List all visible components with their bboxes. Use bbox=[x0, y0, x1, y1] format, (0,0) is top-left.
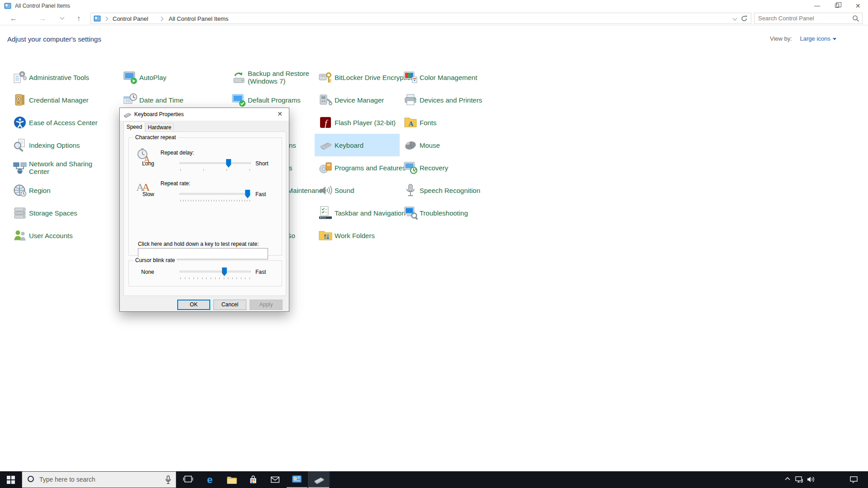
up-button[interactable]: ↑ bbox=[73, 13, 84, 24]
search-icon[interactable] bbox=[852, 15, 859, 22]
cp-item-backup-restore[interactable]: Backup and Restore (Windows 7) bbox=[228, 66, 313, 89]
address-dropdown-chevron-icon[interactable] bbox=[733, 16, 737, 21]
action-center-button[interactable] bbox=[848, 471, 860, 488]
ok-button[interactable]: OK bbox=[177, 300, 210, 310]
cp-item-device-manager[interactable]: Device Manager bbox=[315, 89, 400, 111]
cp-item-label: Troubleshooting bbox=[420, 202, 468, 224]
repeat-delay-slider-thumb[interactable] bbox=[226, 159, 231, 168]
taskbar-mail-button[interactable] bbox=[264, 471, 286, 488]
repeat-delay-min-label: Long bbox=[132, 160, 154, 167]
cp-item-network-sharing[interactable]: Network and Sharing Center bbox=[9, 156, 113, 179]
group-label: Character repeat bbox=[133, 134, 178, 141]
refresh-icon[interactable] bbox=[740, 14, 748, 23]
taskbar-edge-button[interactable]: e bbox=[199, 471, 221, 488]
cp-item-credential-manager[interactable]: Credential Manager bbox=[9, 89, 113, 111]
repeat-rate-min-label: Slow bbox=[132, 191, 154, 197]
cp-item-flash-player[interactable]: fFlash Player (32-bit) bbox=[315, 111, 400, 134]
tray-network-icon[interactable] bbox=[793, 471, 805, 488]
taskbar-keyboard-app-button[interactable] bbox=[308, 471, 330, 488]
breadcrumb-all-control-panel-items[interactable]: All Control Panel Items bbox=[169, 15, 228, 22]
tab-hardware[interactable]: Hardware bbox=[146, 123, 174, 132]
taskbar-search-box[interactable] bbox=[22, 471, 176, 488]
search-box[interactable] bbox=[754, 13, 863, 24]
devices-printers-icon bbox=[403, 93, 418, 107]
cp-item-keyboard[interactable]: Keyboard bbox=[315, 134, 400, 156]
cp-item-label: Flash Player (32-bit) bbox=[335, 111, 396, 134]
sound-icon bbox=[318, 183, 333, 197]
close-window-button[interactable]: ✕ bbox=[848, 0, 868, 12]
region-icon bbox=[13, 183, 27, 197]
cp-item-label: Network and Sharing Center bbox=[29, 156, 98, 179]
cp-item-speech-recognition[interactable]: Speech Recognition bbox=[400, 179, 485, 202]
cancel-button[interactable]: Cancel bbox=[213, 300, 246, 310]
keyboard-properties-dialog: Keyboard Properties ✕ Speed Hardware Cha… bbox=[119, 108, 289, 312]
breadcrumb-control-panel[interactable]: Control Panel bbox=[113, 15, 148, 22]
mouse-icon bbox=[403, 138, 418, 152]
taskbar-search-input[interactable] bbox=[39, 475, 152, 484]
cp-item-region[interactable]: Region bbox=[9, 179, 113, 202]
cp-item-troubleshooting[interactable]: Troubleshooting bbox=[400, 202, 485, 224]
taskbar-store-button[interactable] bbox=[243, 471, 264, 488]
cp-item-label: Mouse bbox=[420, 134, 440, 156]
cp-item-fonts[interactable]: AFonts bbox=[400, 111, 485, 134]
cp-item-work-folders[interactable]: Work Folders bbox=[315, 224, 400, 247]
tray-volume-icon[interactable] bbox=[805, 471, 817, 488]
action-center-icon bbox=[849, 475, 858, 483]
dialog-close-button[interactable]: ✕ bbox=[271, 108, 289, 120]
cp-item-indexing-options[interactable]: Indexing Options bbox=[9, 134, 113, 156]
cursor-blink-slider-thumb[interactable] bbox=[222, 267, 227, 276]
cp-item-storage-spaces[interactable]: Storage Spaces bbox=[9, 202, 113, 224]
repeat-rate-slider[interactable] bbox=[179, 193, 251, 195]
page-title: Adjust your computer's settings bbox=[7, 35, 101, 43]
network-sharing-icon bbox=[13, 160, 27, 175]
cp-item-label: User Accounts bbox=[29, 224, 73, 247]
start-button[interactable] bbox=[0, 471, 22, 488]
breadcrumb-chevron-icon bbox=[104, 17, 108, 21]
cursor-blink-slider[interactable] bbox=[179, 271, 251, 272]
repeat-delay-slider[interactable] bbox=[179, 162, 251, 164]
cp-item-devices-printers[interactable]: Devices and Printers bbox=[400, 89, 485, 111]
cp-item-programs-features[interactable]: Programs and Features bbox=[315, 156, 400, 179]
recent-locations-chevron-icon[interactable] bbox=[60, 15, 65, 20]
microphone-icon[interactable] bbox=[165, 475, 171, 484]
cp-item-user-accounts[interactable]: User Accounts bbox=[9, 224, 113, 247]
cp-item-label: Ease of Access Center bbox=[29, 111, 98, 134]
restore-button[interactable] bbox=[827, 0, 848, 12]
view-by-value[interactable]: Large icons bbox=[800, 35, 830, 42]
minimize-button[interactable]: — bbox=[807, 0, 827, 12]
cp-item-admin-tools[interactable]: Administrative Tools bbox=[9, 66, 113, 89]
apply-button: Apply bbox=[250, 300, 283, 310]
search-input[interactable] bbox=[758, 14, 849, 23]
svg-text:A: A bbox=[409, 120, 414, 127]
cp-item-color-management[interactable]: Color Management bbox=[400, 66, 485, 89]
taskbar-task-view-button[interactable] bbox=[178, 471, 199, 488]
group-label: Cursor blink rate bbox=[133, 257, 177, 263]
cursor-blink-rate-group: Cursor blink rate None Fast bbox=[128, 260, 282, 286]
taskbar-file-explorer-button[interactable] bbox=[221, 471, 243, 488]
character-repeat-group: Character repeat A Repeat delay: Long Sh… bbox=[128, 137, 282, 256]
tray-show-hidden-icons-button[interactable] bbox=[783, 471, 794, 488]
cp-item-mouse[interactable]: Mouse bbox=[400, 134, 485, 156]
taskbar-control-panel-button[interactable] bbox=[286, 471, 308, 488]
cp-item-label: Programs and Features bbox=[335, 156, 406, 179]
repeat-rate-slider-thumb[interactable] bbox=[245, 190, 250, 198]
cp-item-sound[interactable]: Sound bbox=[315, 179, 400, 202]
cp-item-label: Storage Spaces bbox=[29, 202, 77, 224]
tab-speed[interactable]: Speed bbox=[123, 122, 145, 132]
cp-item-label: Speech Recognition bbox=[420, 179, 480, 202]
forward-button[interactable]: → bbox=[37, 13, 48, 24]
cp-item-label: Device Manager bbox=[335, 89, 384, 111]
cp-item-label: Backup and Restore (Windows 7) bbox=[248, 66, 313, 89]
chevron-up-icon bbox=[784, 475, 791, 483]
breadcrumb-chevron-icon bbox=[159, 17, 164, 21]
cp-item-taskbar-navigation[interactable]: Taskbar and Navigation bbox=[315, 202, 400, 224]
back-button[interactable]: ← bbox=[8, 13, 19, 24]
address-bar[interactable]: Control Panel All Control Panel Items bbox=[90, 13, 751, 24]
desktop: All Control Panel Items — ✕ ← → ↑ Contro… bbox=[0, 0, 868, 488]
cp-item-recovery[interactable]: Recovery bbox=[400, 156, 485, 179]
cp-item-label: AutoPlay bbox=[139, 66, 166, 89]
cp-item-autoplay[interactable]: AutoPlay bbox=[119, 66, 204, 89]
cp-item-ease-of-access[interactable]: Ease of Access Center bbox=[9, 111, 113, 134]
cp-item-bitlocker[interactable]: BitLocker Drive Encryption bbox=[315, 66, 400, 89]
color-management-icon bbox=[403, 70, 418, 84]
